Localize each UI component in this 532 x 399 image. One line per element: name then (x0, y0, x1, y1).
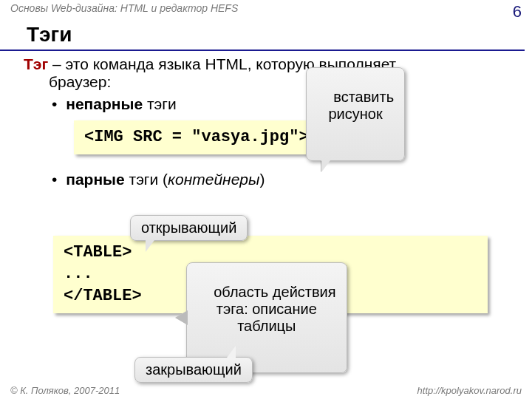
definition-line-1: Тэг – это команда языка HTML, которую вы… (24, 55, 516, 73)
callout-opening: открывающий (130, 215, 248, 241)
callout-closing: закрывающий (134, 357, 253, 383)
definition-line-2: браузер: (49, 73, 516, 91)
slide-title: Тэги (0, 21, 525, 51)
callout-text: вставить рисунок (328, 89, 394, 122)
bullet-dot-icon: • (52, 95, 57, 112)
callout-insert-image: вставить рисунок (306, 67, 405, 161)
callout-tail-icon (175, 311, 187, 324)
callout-text: закрывающий (146, 361, 242, 378)
breadcrumb: Основы Web-дизайна: HTML и редактор HEFS (10, 2, 238, 14)
callout-tail-icon (227, 346, 236, 358)
footer-copyright: © К. Поляков, 2007-2011 (10, 385, 120, 396)
content: Тэг – это команда языка HTML, которую вы… (0, 55, 532, 313)
bullet-dot-icon: • (52, 171, 57, 188)
callout-tail-icon (146, 240, 154, 252)
bullet-unpaired-rest: тэги (143, 95, 177, 112)
footer-url: http://kpolyakov.narod.ru (417, 385, 522, 396)
term: Тэг (24, 55, 48, 72)
bullet-paired-rest2: ) (259, 171, 265, 188)
callout-text: область действия тэга: описание таблицы (214, 284, 335, 334)
bullet-unpaired: • непарные тэги (52, 95, 516, 113)
bullet-paired-italic: контейнеры (168, 171, 259, 188)
callout-text: открывающий (141, 219, 236, 236)
page-number: 6 (513, 2, 522, 21)
bullet-paired: • парные тэги (контейнеры) (52, 171, 516, 188)
bullet-unpaired-bold: непарные (66, 95, 143, 112)
header-strip: Основы Web-дизайна: HTML и редактор HEFS… (0, 0, 532, 21)
callout-tail-icon (321, 160, 330, 172)
bullet-paired-rest: тэги ( (125, 171, 168, 188)
bullet-paired-bold: парные (66, 171, 125, 188)
footer: © К. Поляков, 2007-2011 http://kpolyakov… (0, 385, 532, 396)
